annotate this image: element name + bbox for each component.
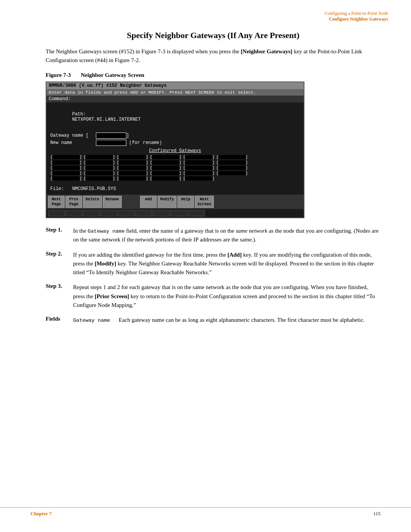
footer-page-number: 115 [373, 511, 381, 517]
grid-cell: [] [183, 155, 215, 160]
fields-code: Gateway name [73, 318, 110, 323]
breadcrumb-top: Configuring a Point-to-Point Node [325, 11, 388, 16]
empty-btn-3 [83, 210, 100, 216]
main-content: Specify Neighbor Gateways (If Any Are Pr… [46, 30, 381, 325]
help-button[interactable]: Help [177, 196, 194, 208]
terminal-instruction: Enter data in fields and press ADD or MO… [46, 89, 304, 96]
grid-cell: [] [216, 160, 248, 165]
configured-gateways-title: Configured Gateways [50, 148, 300, 153]
grid-cell: [] [83, 160, 115, 165]
empty-btn-7 [153, 210, 170, 216]
empty-btn-1 [48, 210, 65, 216]
next-page-button[interactable]: NextPage [48, 196, 65, 208]
terminal-path-line: Path: NETXPORT.NI.LAN1.INTERNET [50, 106, 300, 128]
empty-btn-2 [65, 210, 82, 216]
terminal-file-line: File: NMCONFIG.PUB.SYS [50, 186, 300, 192]
grid-cell: [] [116, 155, 148, 160]
grid-cell: [] [83, 166, 115, 170]
terminal-button-row1: NextPage PrevPage Delete Rename Add Modi… [46, 195, 304, 209]
step-3: Step 3. Repeat steps 1 and 2 for each ga… [46, 283, 381, 310]
step-2-text: If you are adding the identified gateway… [73, 251, 381, 277]
spacer-btn [123, 196, 139, 208]
grid-cell: [] [83, 155, 115, 160]
new-name-field[interactable] [96, 140, 126, 146]
grid-cell: [] [150, 166, 182, 170]
grid-cell: [] [116, 166, 148, 170]
intro-text: The Neighbor Gateways screen (#152) in F… [46, 47, 381, 65]
gateway-name-code: Gateway name [88, 228, 124, 234]
header-nav: Configuring a Point-to-Point Node Config… [325, 11, 388, 22]
grid-cell: [] [183, 171, 215, 176]
next-screen-button[interactable]: NextScreen [195, 196, 214, 208]
grid-cell: [] [150, 176, 182, 181]
fields-label: Fields [46, 316, 73, 325]
grid-cell: [] [183, 160, 215, 165]
grid-cell: [] [83, 176, 115, 181]
empty-btn-4 [100, 210, 117, 216]
fields-content: Gateway name Each gateway name can be as… [73, 316, 381, 325]
footer-chapter: Chapter 7 [30, 511, 52, 517]
new-name-row: New name (for rename) [50, 140, 300, 146]
empty-btn-5 [118, 210, 135, 216]
rename-button[interactable]: Rename [103, 196, 122, 208]
grid-cell: [] [183, 176, 215, 181]
grid-cell: [] [50, 166, 82, 170]
grid-cell: [] [150, 155, 182, 160]
grid-cell: [] [150, 160, 182, 165]
terminal-body: Path: NETXPORT.NI.LAN1.INTERNET Gateway … [46, 102, 304, 195]
step-1-label: Step 1. [46, 227, 73, 233]
step-3-label: Step 3. [46, 283, 73, 289]
modify-button[interactable]: Modify [158, 196, 177, 208]
grid-cell: [] [216, 155, 248, 160]
figure-label: Figure 7-3 Neighbor Gateway Screen [46, 72, 381, 78]
terminal-button-row2 [46, 209, 304, 217]
fields-section: Fields Gateway name Each gateway name ca… [46, 316, 381, 325]
empty-btn-8 [170, 210, 187, 216]
step-1: Step 1. In the Gateway name field, enter… [46, 227, 381, 244]
empty-btn-6 [135, 210, 152, 216]
terminal-title-bar: NMMGR/3000 (V.uu.ff) #152 Neighbor Gatew… [46, 82, 304, 89]
fields-description: Each gateway name can be as long as eigh… [119, 316, 381, 325]
grid-cell: [] [50, 171, 82, 176]
steps-section: Step 1. In the Gateway name field, enter… [46, 227, 381, 310]
delete-button[interactable]: Delete [83, 196, 102, 208]
grid-cell: [] [50, 155, 82, 160]
gateway-name-field[interactable] [96, 133, 126, 139]
add-button[interactable]: Add [140, 196, 157, 208]
grid-cell: [] [116, 171, 148, 176]
grid-cell: [] [183, 166, 215, 170]
grid-cell: [] [116, 176, 148, 181]
page-footer: Chapter 7 115 [0, 507, 411, 517]
gateway-name-row: Gateway name [ ] [50, 133, 300, 139]
page-title: Specify Neighbor Gateways (If Any Are Pr… [46, 30, 381, 40]
grid-cell: [] [216, 171, 248, 176]
grid-cell: [] [150, 171, 182, 176]
grid-cell: [] [50, 176, 82, 181]
prev-page-button[interactable]: PrevPage [65, 196, 82, 208]
grid-cell: [] [116, 160, 148, 165]
step-2-label: Step 2. [46, 251, 73, 257]
breadcrumb-current: Configure Neighbor Gateways [325, 16, 388, 22]
grid-cell: [] [216, 166, 248, 170]
step-2: Step 2. If you are adding the identified… [46, 251, 381, 277]
grid-cell: [] [50, 160, 82, 165]
terminal-screen: NMMGR/3000 (V.uu.ff) #152 Neighbor Gatew… [46, 81, 304, 218]
terminal-command: Command: [46, 96, 304, 102]
grid-cell: [] [83, 171, 115, 176]
configured-gateways-grid: [] [] [] [] [] [] [] [] [] [] [] [] [50, 155, 300, 181]
step-1-text: In the Gateway name field, enter the nam… [73, 227, 381, 244]
empty-btn-9 [188, 210, 205, 216]
step-3-text: Repeat steps 1 and 2 for each gateway th… [73, 283, 381, 310]
